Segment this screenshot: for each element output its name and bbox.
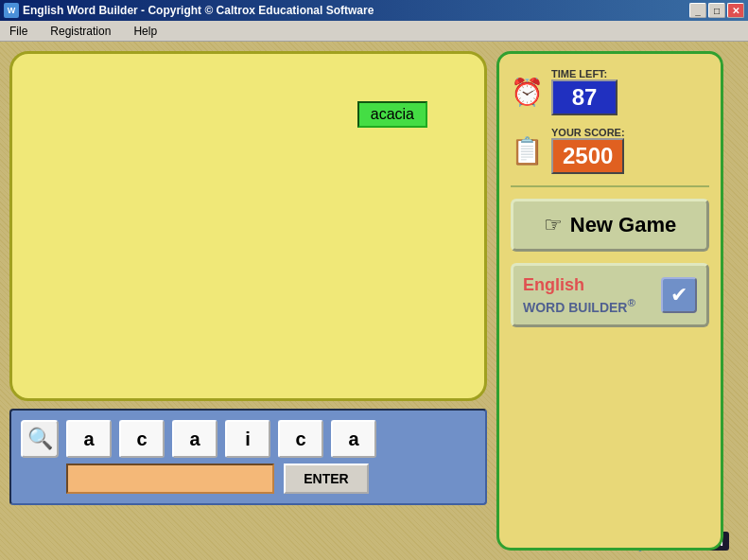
menu-help[interactable]: Help [128,23,163,40]
search-icon-button[interactable]: 🔍 [21,420,59,458]
maximize-button[interactable]: □ [708,3,725,18]
new-game-button[interactable]: ☞ New Game [511,199,709,252]
letter-tile-0[interactable]: a [66,420,112,458]
brand-word-builder: WORD BUILDER® [523,296,635,315]
menu-bar: File Registration Help [0,21,748,42]
letter-area: 🔍 a c a i c a ENTER [9,409,487,505]
brand-box: English WORD BUILDER® ✔ [511,263,709,327]
score-icon: 📋 [511,135,544,166]
left-panel: acacia 🔍 a c a i c a ENTER [9,51,487,551]
app-icon: W [4,3,19,18]
word-display-area: acacia [9,51,487,401]
menu-registration[interactable]: Registration [44,23,116,40]
letter-tile-4[interactable]: c [278,420,323,458]
brand-text: English WORD BUILDER® [523,275,635,315]
score-label: YOUR SCORE: [551,127,625,138]
title-bar-text: English Word Builder - Copyright © Caltr… [23,4,374,17]
minimize-button[interactable]: _ [689,3,706,18]
main-content: acacia 🔍 a c a i c a ENTER ⏰ TIME L [0,42,748,560]
check-icon: ✔ [661,277,697,313]
time-value: 87 [551,79,618,115]
letter-row: 🔍 a c a i c a [21,420,476,458]
new-game-label: New Game [570,213,677,237]
registered-symbol: ® [627,296,635,308]
right-panel: ⏰ TIME LEFT: 87 📋 YOUR SCORE: 2500 ☞ New… [496,51,723,551]
time-stat-right: TIME LEFT: 87 [551,68,618,115]
brand-english: English [523,275,635,296]
divider [511,185,709,187]
letter-tile-1[interactable]: c [119,420,165,458]
enter-button[interactable]: ENTER [284,464,369,494]
title-bar-left: W English Word Builder - Copyright © Cal… [4,3,374,18]
word-input[interactable] [66,464,274,494]
title-bar: W English Word Builder - Copyright © Cal… [0,0,748,21]
menu-file[interactable]: File [4,23,33,40]
score-stat-right: YOUR SCORE: 2500 [551,127,625,174]
letter-tile-5[interactable]: a [331,420,376,458]
clock-icon: ⏰ [511,77,544,108]
score-value: 2500 [551,138,624,174]
letter-tile-3[interactable]: i [225,420,270,458]
close-button[interactable]: ✕ [727,3,744,18]
time-stat-row: ⏰ TIME LEFT: 87 [511,68,709,115]
current-word-display: acacia [357,101,427,128]
new-game-icon: ☞ [544,213,563,237]
time-label: TIME LEFT: [551,68,607,79]
input-row: ENTER [21,464,476,494]
title-bar-buttons: _ □ ✕ [689,3,744,18]
letter-tile-2[interactable]: a [172,420,217,458]
score-stat-row: 📋 YOUR SCORE: 2500 [511,127,709,174]
